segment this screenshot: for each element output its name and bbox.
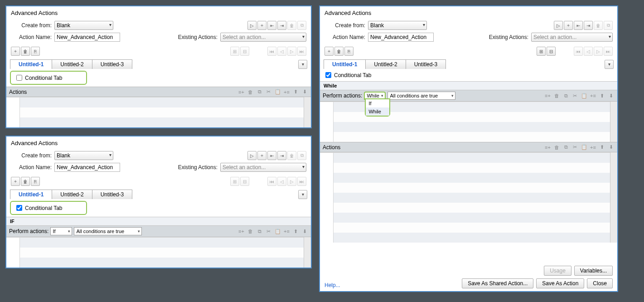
tab-untitled3[interactable]: Untitled-3 xyxy=(92,59,132,69)
trash-icon[interactable]: 🗑 xyxy=(21,177,30,186)
copy-row-icon[interactable]: ⧉ xyxy=(256,88,263,95)
preview-icon[interactable]: ▷ xyxy=(247,21,257,30)
tab-untitled2[interactable]: Untitled-2 xyxy=(52,59,92,69)
grid-row[interactable] xyxy=(6,258,304,268)
del-row-icon[interactable]: 🗑 xyxy=(247,228,254,235)
up-icon[interactable]: ⬆ xyxy=(599,144,605,151)
create-from-select[interactable]: Blank xyxy=(368,21,427,30)
tab-untitled1[interactable]: Untitled-1 xyxy=(10,190,52,199)
create-from-select[interactable]: Blank xyxy=(54,151,113,160)
ungroup-icon[interactable]: ⊟ xyxy=(547,47,556,56)
up-icon[interactable]: ⬆ xyxy=(599,93,605,99)
copy-row-icon[interactable]: ⧉ xyxy=(256,228,263,235)
grid-row[interactable] xyxy=(320,193,610,203)
perform-mode-select[interactable]: While If While xyxy=(364,92,386,100)
conditional-tab-checkbox[interactable] xyxy=(16,75,22,81)
perform-mode-select[interactable]: If xyxy=(50,227,72,235)
grid-row[interactable] xyxy=(320,112,610,122)
preview-icon[interactable]: ▷ xyxy=(554,21,563,30)
condition-select[interactable]: All conditions are true xyxy=(387,92,455,100)
tab-untitled2[interactable]: Untitled-2 xyxy=(365,59,406,69)
plus-icon[interactable]: ＋ xyxy=(11,47,20,56)
del-row-icon[interactable]: 🗑 xyxy=(553,93,560,99)
insert-icon[interactable]: +≡ xyxy=(283,88,290,95)
scrollbar[interactable] xyxy=(610,102,617,142)
down-icon[interactable]: ⬇ xyxy=(301,88,308,95)
tab-untitled3[interactable]: Untitled-3 xyxy=(406,59,446,69)
copy-row-icon[interactable]: ⧉ xyxy=(562,93,569,99)
grid-row[interactable] xyxy=(320,102,610,112)
grid-row[interactable] xyxy=(6,117,304,127)
help-link[interactable]: Help... xyxy=(324,282,340,288)
action-name-input[interactable] xyxy=(54,163,120,172)
insert-icon[interactable]: +≡ xyxy=(590,93,596,99)
up-icon[interactable]: ⬆ xyxy=(292,228,299,235)
grid-row[interactable] xyxy=(320,223,610,233)
grid-row[interactable] xyxy=(6,97,304,107)
down-icon[interactable]: ⬇ xyxy=(608,144,615,151)
paste-row-icon[interactable]: 📋 xyxy=(274,228,281,235)
insert-icon[interactable]: +≡ xyxy=(590,144,596,151)
grid-row[interactable] xyxy=(6,107,304,117)
grid-row[interactable] xyxy=(320,233,610,243)
export-icon[interactable]: ⇥ xyxy=(277,151,286,160)
paste-row-icon[interactable]: 📋 xyxy=(274,88,281,95)
paste-row-icon[interactable]: 📋 xyxy=(581,93,587,99)
paste-row-icon[interactable]: 📋 xyxy=(581,144,587,151)
copy-row-icon[interactable]: ⧉ xyxy=(562,144,569,151)
del-row-icon[interactable]: 🗑 xyxy=(553,144,560,151)
close-button[interactable]: Close xyxy=(587,278,613,288)
save-shared-button[interactable]: Save As Shared Action... xyxy=(462,278,533,288)
condition-select[interactable]: All conditions are true xyxy=(74,227,142,235)
copy-icon[interactable]: ⎘ xyxy=(344,47,353,56)
up-icon[interactable]: ⬆ xyxy=(292,88,299,95)
scrollbar[interactable] xyxy=(610,152,617,243)
tab-menu-icon[interactable]: ▾ xyxy=(298,190,307,199)
cut-row-icon[interactable]: ✂ xyxy=(265,88,272,95)
tab-untitled1[interactable]: Untitled-1 xyxy=(324,59,366,69)
grid-row[interactable] xyxy=(320,213,610,223)
cut-row-icon[interactable]: ✂ xyxy=(571,93,578,99)
grid-row[interactable] xyxy=(320,122,610,132)
option-while[interactable]: While xyxy=(366,107,389,116)
scrollbar[interactable] xyxy=(304,237,311,268)
import-icon[interactable]: ⇤ xyxy=(267,21,276,30)
tab-untitled3[interactable]: Untitled-3 xyxy=(92,190,132,199)
variables-button[interactable]: Variables... xyxy=(574,266,613,276)
preview-icon[interactable]: ▷ xyxy=(247,151,257,160)
add-icon[interactable]: ＋ xyxy=(564,21,573,30)
conditional-tab-checkbox[interactable] xyxy=(325,72,331,78)
scrollbar[interactable] xyxy=(304,97,311,127)
copy-icon[interactable]: ⎘ xyxy=(31,47,40,56)
plus-icon[interactable]: ＋ xyxy=(324,47,334,56)
trash-icon[interactable]: 🗑 xyxy=(21,47,30,56)
existing-actions-select[interactable]: Select an action... xyxy=(220,163,306,172)
grid-row[interactable] xyxy=(320,183,610,193)
group-icon[interactable]: ⊞ xyxy=(537,47,546,56)
import-icon[interactable]: ⇤ xyxy=(574,21,583,30)
tab-untitled2[interactable]: Untitled-2 xyxy=(52,190,92,199)
add-icon[interactable]: ＋ xyxy=(257,21,266,30)
grid-row[interactable] xyxy=(6,248,304,258)
grid-row[interactable] xyxy=(320,163,610,173)
down-icon[interactable]: ⬇ xyxy=(608,93,615,99)
cut-row-icon[interactable]: ✂ xyxy=(571,144,578,151)
existing-actions-select[interactable]: Select an action... xyxy=(220,33,306,42)
grid-row[interactable] xyxy=(6,238,304,248)
add-row-icon[interactable]: ≡+ xyxy=(238,228,245,235)
plus-icon[interactable]: ＋ xyxy=(11,177,20,186)
export-icon[interactable]: ⇥ xyxy=(277,21,286,30)
action-name-input[interactable] xyxy=(54,33,120,42)
tab-menu-icon[interactable]: ▾ xyxy=(298,60,307,69)
option-if[interactable]: If xyxy=(366,99,389,107)
conditional-tab-checkbox[interactable] xyxy=(16,205,22,211)
export-icon[interactable]: ⇥ xyxy=(584,21,593,30)
grid-row[interactable] xyxy=(320,153,610,163)
add-row-icon[interactable]: ≡+ xyxy=(544,144,551,151)
tab-menu-icon[interactable]: ▾ xyxy=(605,60,614,69)
insert-icon[interactable]: +≡ xyxy=(283,228,290,235)
create-from-select[interactable]: Blank xyxy=(54,21,113,30)
grid-row[interactable] xyxy=(320,203,610,213)
down-icon[interactable]: ⬇ xyxy=(301,228,308,235)
del-row-icon[interactable]: 🗑 xyxy=(247,88,254,95)
